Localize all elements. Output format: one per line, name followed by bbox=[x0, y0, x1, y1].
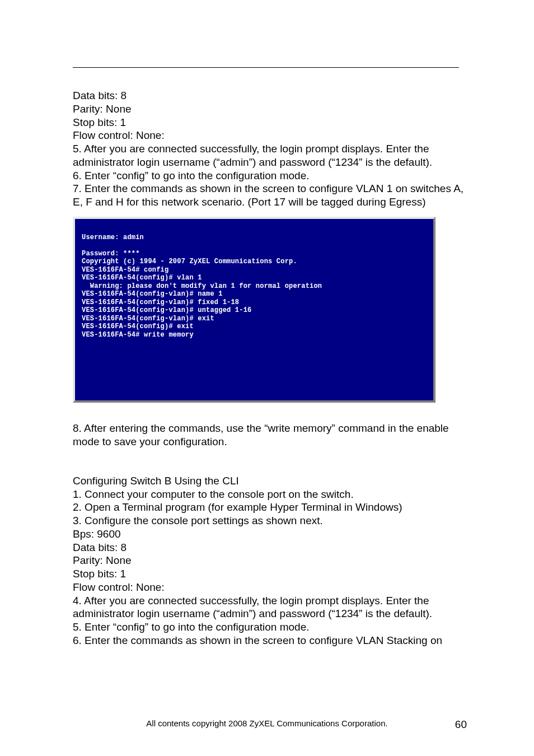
body-text-bottom: 1. Connect your computer to the console … bbox=[73, 488, 472, 647]
footer-text: All contents copyright 2008 ZyXEL Commun… bbox=[146, 718, 387, 728]
page: Data bits: 8 Parity: None Stop bits: 1 F… bbox=[0, 0, 534, 756]
terminal-window: Username: admin Password: **** Copyright… bbox=[73, 217, 435, 403]
section-heading: Configuring Switch B Using the CLI bbox=[73, 474, 472, 488]
body-text-top: Data bits: 8 Parity: None Stop bits: 1 F… bbox=[73, 89, 472, 209]
terminal-container: Username: admin Password: **** Copyright… bbox=[73, 217, 472, 403]
spacer bbox=[73, 449, 472, 474]
footer: All contents copyright 2008 ZyXEL Commun… bbox=[0, 718, 534, 728]
page-number: 60 bbox=[455, 718, 467, 731]
horizontal-rule bbox=[73, 67, 459, 68]
body-text-mid: 8. After entering the commands, use the … bbox=[73, 422, 472, 449]
terminal-output: Username: admin Password: **** Copyright… bbox=[82, 234, 427, 339]
